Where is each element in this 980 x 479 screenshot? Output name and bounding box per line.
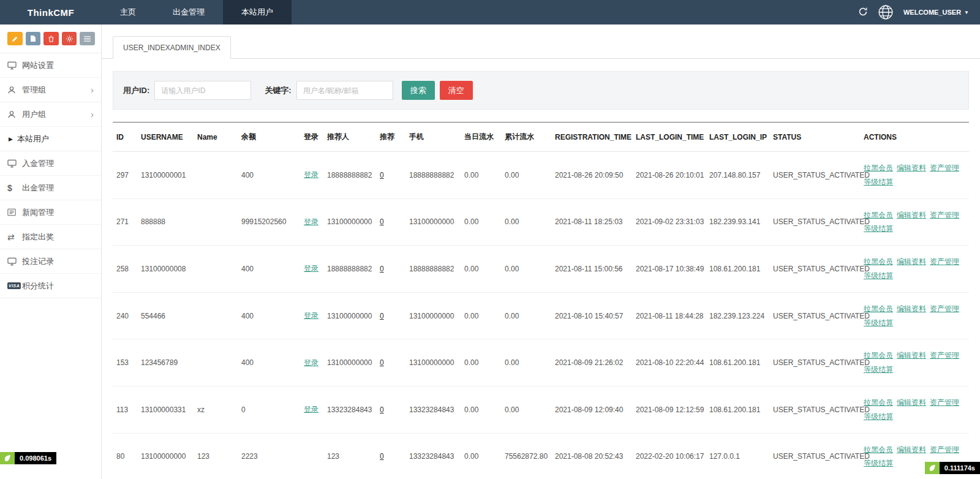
- cell-name: [194, 198, 238, 246]
- globe-avatar-icon[interactable]: [878, 4, 894, 20]
- chevron-right-icon: ›: [91, 85, 94, 95]
- action-link[interactable]: 拉黑会员: [864, 304, 893, 313]
- sidebar-item-label: 指定出奖: [22, 232, 54, 243]
- cell-registration-time: 2021-08-10 15:40:57: [551, 292, 632, 339]
- referrals-link[interactable]: 0: [380, 217, 384, 226]
- action-link[interactable]: 编辑资料: [897, 398, 926, 407]
- user-menu[interactable]: WELCOME_USER ▼: [903, 9, 969, 16]
- action-link[interactable]: 编辑资料: [897, 351, 926, 360]
- topnav-item-withdraw[interactable]: 出金管理: [154, 0, 223, 25]
- cell-status: USER_STATUS_ACTIVATED: [769, 386, 860, 433]
- cell-status: USER_STATUS_ACTIVATED: [769, 246, 860, 293]
- cell-actions: 拉黑会员编辑资料资产管理等级结算: [860, 198, 969, 246]
- cell-login: 登录: [300, 292, 323, 339]
- keyword-input[interactable]: [296, 81, 393, 100]
- cell-total-flow: 75562872.80: [501, 433, 551, 479]
- list-button[interactable]: [80, 32, 95, 45]
- action-link[interactable]: 拉黑会员: [864, 257, 893, 266]
- cell-id: 297: [113, 152, 137, 199]
- referrals-link[interactable]: 0: [380, 452, 384, 461]
- sidebar-item-label: 管理组: [22, 85, 46, 96]
- cell-daily-flow: 0.00: [461, 246, 501, 293]
- cell-phone: 13323284843: [405, 386, 461, 433]
- gear-button[interactable]: [62, 32, 77, 45]
- referrals-link[interactable]: 0: [380, 358, 384, 367]
- column-header: 推荐人: [323, 123, 376, 152]
- actions-box: 拉黑会员编辑资料资产管理等级结算: [864, 302, 965, 330]
- sidebar-item-deposit[interactable]: 入金管理: [0, 151, 101, 176]
- dollar-icon: $: [7, 183, 22, 193]
- search-button[interactable]: 搜索: [402, 81, 435, 100]
- sidebar-item-points-stats[interactable]: VISA积分统计: [0, 274, 101, 298]
- login-link[interactable]: 登录: [304, 358, 318, 367]
- sidebar-item-label: 入金管理: [22, 158, 54, 169]
- action-link[interactable]: 资产管理: [930, 398, 959, 407]
- action-link[interactable]: 资产管理: [930, 164, 959, 172]
- topnav-item-home[interactable]: 主页: [102, 0, 154, 25]
- cell-username: 13100000008: [137, 246, 194, 293]
- action-link[interactable]: 编辑资料: [897, 445, 926, 454]
- action-link[interactable]: 等级结算: [864, 319, 893, 327]
- cell-referrer: 18888888882: [323, 246, 376, 293]
- action-link[interactable]: 拉黑会员: [864, 164, 893, 172]
- action-link[interactable]: 拉黑会员: [864, 351, 893, 360]
- action-link[interactable]: 资产管理: [930, 257, 959, 266]
- referrals-link[interactable]: 0: [380, 171, 384, 179]
- cell-daily-flow: 0.00: [461, 339, 501, 387]
- sidebar-item-bet-records[interactable]: 投注记录: [0, 249, 101, 274]
- cell-balance: 400: [238, 292, 300, 339]
- referrals-link[interactable]: 0: [380, 265, 384, 273]
- cell-username: 13100000331: [137, 386, 194, 433]
- action-link[interactable]: 等级结算: [864, 271, 893, 280]
- monitor-icon: [7, 61, 22, 70]
- triangle-right-icon: ▶: [9, 136, 13, 142]
- cell-last-login-time: 2021-08-26 20:10:01: [632, 152, 706, 199]
- action-link[interactable]: 等级结算: [864, 178, 893, 186]
- login-link[interactable]: 登录: [304, 217, 318, 226]
- user-id-input[interactable]: [154, 81, 251, 100]
- clear-button[interactable]: 清空: [440, 81, 473, 100]
- action-link[interactable]: 等级结算: [864, 224, 893, 233]
- login-link[interactable]: 登录: [304, 311, 318, 320]
- referrals-link[interactable]: 0: [380, 312, 384, 320]
- cell-phone: 13100000000: [405, 339, 461, 387]
- cell-referrals: 0: [376, 246, 405, 293]
- file-button[interactable]: [26, 32, 41, 45]
- action-link[interactable]: 拉黑会员: [864, 445, 893, 454]
- sidebar-item-user-group[interactable]: 用户组›: [0, 102, 101, 127]
- sidebar-item-admin-group[interactable]: 管理组›: [0, 78, 101, 102]
- action-link[interactable]: 等级结算: [864, 459, 893, 467]
- sidebar-item-news[interactable]: 新闻管理: [0, 200, 101, 225]
- action-link[interactable]: 编辑资料: [897, 164, 926, 172]
- cell-registration-time: 2021-08-09 21:26:02: [551, 339, 632, 387]
- cell-last-login-time: 2022-02-20 10:06:17: [632, 433, 706, 479]
- sidebar-item-withdraw[interactable]: $出金管理: [0, 176, 101, 200]
- tab-user-index[interactable]: USER_INDEXADMIN_INDEX: [113, 36, 231, 59]
- sidebar-item-site-settings[interactable]: 网站设置: [0, 53, 101, 78]
- referrals-link[interactable]: 0: [380, 405, 384, 414]
- trash-button[interactable]: [43, 32, 59, 45]
- cell-daily-flow: 0.00: [461, 433, 501, 479]
- refresh-button[interactable]: [858, 7, 868, 18]
- login-link[interactable]: 登录: [304, 170, 318, 179]
- action-link[interactable]: 拉黑会员: [864, 211, 893, 219]
- action-link[interactable]: 资产管理: [930, 445, 959, 454]
- login-link[interactable]: 登录: [304, 264, 318, 273]
- action-link[interactable]: 编辑资料: [897, 257, 926, 266]
- cell-referrals: 0: [376, 339, 405, 387]
- action-link[interactable]: 拉黑会员: [864, 398, 893, 407]
- topnav-item-site-users[interactable]: 本站用户: [223, 0, 292, 25]
- action-link[interactable]: 编辑资料: [897, 211, 926, 219]
- sidebar-item-site-users[interactable]: ▶本站用户: [0, 127, 101, 151]
- action-link[interactable]: 等级结算: [864, 412, 893, 421]
- login-link[interactable]: 登录: [304, 405, 318, 413]
- action-link[interactable]: 等级结算: [864, 365, 893, 374]
- pencil-button[interactable]: [7, 32, 23, 45]
- brand-logo[interactable]: ThinkCMF: [0, 0, 102, 25]
- sidebar-item-draw-control[interactable]: ⇄指定出奖: [0, 225, 101, 249]
- action-link[interactable]: 资产管理: [930, 211, 959, 219]
- action-link[interactable]: 资产管理: [930, 351, 959, 360]
- action-link[interactable]: 资产管理: [930, 304, 959, 313]
- action-link[interactable]: 编辑资料: [897, 304, 926, 313]
- cell-phone: 13100000000: [405, 198, 461, 246]
